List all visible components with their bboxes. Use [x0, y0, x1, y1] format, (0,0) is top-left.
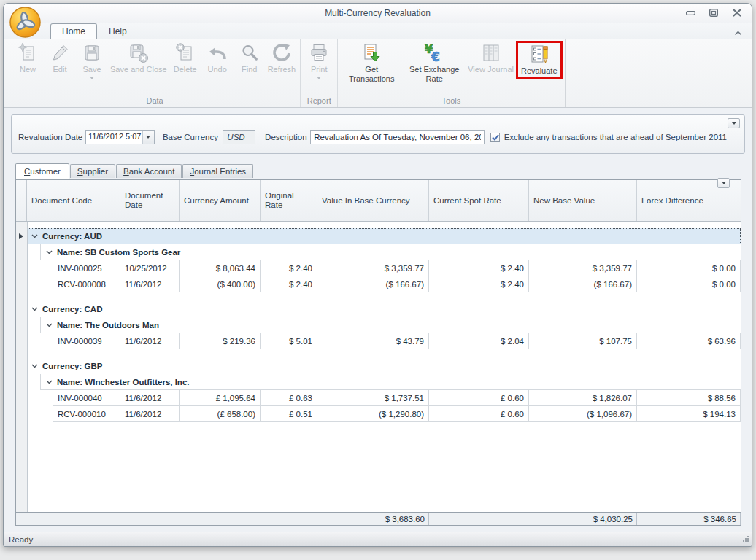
group-row-currency-gbp[interactable]: Currency: GBP [28, 358, 741, 374]
table-row[interactable]: RCV-000010 11/6/2012 (£ 658.00) £ 0.51 (… [53, 406, 741, 422]
group-row-name-outdoors-man[interactable]: Name: The Outdoors Man [40, 317, 741, 333]
status-bar: Ready [4, 532, 752, 546]
base-currency-field: USD [223, 130, 255, 144]
chevron-down-icon[interactable] [46, 323, 53, 327]
status-text: Ready [9, 535, 33, 544]
table-row[interactable]: INV-000040 11/6/2012 £ 1,095.64 £ 0.63 $… [53, 390, 741, 406]
ribbon-group-report: Print Report [301, 39, 338, 107]
ribbon-tab-home[interactable]: Home [50, 23, 97, 39]
save-and-close-button[interactable]: Save and Close [108, 42, 169, 74]
edit-button[interactable]: Edit [44, 42, 76, 74]
ribbon-group-data: New Edit Save Save and Close Dele [9, 39, 301, 107]
grid-body: Currency: AUD Name: SB Custom Sports Gea… [16, 222, 741, 512]
tab-journal-entries[interactable]: Journal Entries [182, 164, 253, 178]
grid-summary-footer: $ 3,683.60 $ 4,030.25 $ 346.65 [16, 512, 741, 525]
revaluation-date-label: Revaluation Date [18, 133, 82, 141]
undo-arrow-icon [207, 42, 228, 64]
table-row[interactable]: INV-000039 11/6/2012 $ 219.36 $ 5.01 $ 4… [53, 333, 741, 349]
exclude-transactions-checkbox[interactable] [490, 133, 500, 142]
ribbon-collapse-icon[interactable] [733, 28, 743, 37]
grid-options-dropdown[interactable] [717, 178, 730, 188]
current-row-indicator-icon [19, 233, 23, 239]
column-header-new-base-value[interactable]: New Base Value [529, 180, 637, 221]
parameters-panel: Revaluation Date 11/6/2012 5:07 Base Cur… [11, 114, 745, 154]
pencil-icon [49, 42, 71, 64]
svg-text:€: € [431, 50, 440, 64]
revaluation-date-dropdown-icon[interactable] [142, 131, 154, 144]
floppy-close-icon [128, 42, 150, 64]
ribbon-tab-row: Home Help [4, 23, 752, 39]
revaluate-highlight-box: Revaluate [516, 41, 563, 79]
tab-customer[interactable]: Customer [15, 163, 69, 179]
base-currency-label: Base Currency [163, 133, 218, 141]
window-title: Multi-Currency Revaluation [4, 4, 752, 23]
app-logo[interactable] [9, 6, 42, 39]
printer-icon [308, 42, 330, 64]
description-input[interactable] [310, 130, 485, 144]
column-header-currency-amount[interactable]: Currency Amount [180, 180, 261, 221]
find-button[interactable]: Find [234, 42, 266, 74]
undo-button[interactable]: Undo [201, 42, 234, 74]
tab-supplier[interactable]: Supplier [70, 164, 115, 178]
group-row-currency-aud[interactable]: Currency: AUD [28, 228, 741, 244]
view-journal-button[interactable]: View Journal [466, 42, 516, 74]
group-row-name-winchester[interactable]: Name: WInchester Outfitters, Inc. [40, 374, 741, 390]
tab-bank-account[interactable]: Bank Account [116, 164, 182, 178]
print-button[interactable]: Print [303, 42, 335, 79]
chevron-down-icon[interactable] [31, 234, 38, 238]
column-header-value-in-base-currency[interactable]: Value In Base Currency [317, 180, 429, 221]
exclude-transactions-label: Exclude any transactions that are ahead … [504, 133, 727, 141]
table-row[interactable]: RCV-000008 11/6/2012 ($ 400.00) $ 2.40 (… [53, 276, 741, 292]
revaluate-button[interactable]: Revaluate [519, 43, 560, 76]
exchange-rate-icon: ¥€ [423, 42, 445, 64]
revaluation-date-value: 11/6/2012 5:07 [86, 131, 142, 144]
get-transactions-icon [360, 42, 382, 64]
column-header-document-date[interactable]: Document Date [120, 180, 180, 221]
chevron-down-icon[interactable] [46, 250, 53, 254]
group-row-currency-cad[interactable]: Currency: CAD [28, 301, 741, 317]
ribbon-group-tools: Get Transactions ¥€ Set Exchange Rate Vi… [338, 39, 565, 107]
save-dropdown-icon[interactable] [90, 77, 94, 79]
transactions-grid: Document Code Document Date Currency Amo… [15, 179, 741, 526]
floppy-disk-icon [81, 42, 103, 64]
ribbon-group-caption-report: Report [303, 96, 335, 107]
ribbon-group-caption-data: Data [12, 96, 298, 107]
journal-icon [480, 42, 502, 64]
print-dropdown-icon[interactable] [317, 77, 321, 79]
total-forex-difference: $ 346.65 [637, 513, 741, 525]
view-tab-strip: Customer Supplier Bank Account Journal E… [15, 161, 752, 178]
restore-button[interactable] [708, 7, 720, 18]
total-value-in-base-currency: $ 3,683.60 [317, 513, 429, 525]
resize-grip[interactable] [742, 535, 749, 544]
delete-document-icon [174, 42, 196, 64]
total-new-base-value: $ 4,030.25 [529, 513, 637, 525]
revaluate-icon [528, 44, 550, 66]
column-header-original-rate[interactable]: Original Rate [261, 180, 317, 221]
content-area: Revaluation Date 11/6/2012 5:07 Base Cur… [4, 108, 752, 532]
ribbon-group-caption-tools: Tools [340, 96, 562, 107]
row-indicator-header [16, 180, 27, 221]
refresh-button[interactable]: Refresh [266, 42, 298, 74]
new-button[interactable]: New [12, 42, 44, 74]
magnifier-icon [239, 42, 261, 64]
get-transactions-button[interactable]: Get Transactions [340, 42, 403, 84]
app-window: Multi-Currency Revaluation [3, 3, 752, 547]
group-row-name-sb-custom[interactable]: Name: SB Custom Sports Gear [40, 244, 741, 260]
title-bar: Multi-Currency Revaluation [4, 4, 752, 23]
ribbon-tab-help[interactable]: Help [97, 23, 139, 39]
chevron-down-icon[interactable] [46, 380, 53, 384]
column-header-current-spot-rate[interactable]: Current Spot Rate [429, 180, 529, 221]
chevron-down-icon[interactable] [31, 307, 38, 311]
panel-options-dropdown[interactable] [728, 118, 740, 128]
grid-header: Document Code Document Date Currency Amo… [16, 180, 741, 222]
refresh-icon [271, 42, 293, 64]
column-header-document-code[interactable]: Document Code [27, 180, 120, 221]
table-row[interactable]: INV-000025 10/25/2012 $ 8,063.44 $ 2.40 … [53, 260, 741, 276]
save-button[interactable]: Save [76, 42, 108, 79]
delete-button[interactable]: Delete [169, 42, 201, 74]
set-exchange-rate-button[interactable]: ¥€ Set Exchange Rate [403, 42, 466, 84]
revaluation-date-combo[interactable]: 11/6/2012 5:07 [85, 130, 155, 144]
chevron-down-icon[interactable] [31, 364, 38, 368]
close-button[interactable] [731, 7, 743, 18]
minimize-button[interactable] [684, 7, 696, 18]
